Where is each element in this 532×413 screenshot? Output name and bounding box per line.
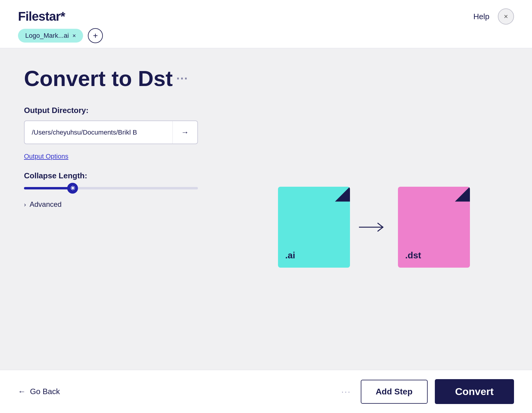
file-tab-label: Logo_Mark...ai [25, 32, 69, 40]
directory-input[interactable] [25, 122, 172, 143]
add-icon: + [93, 31, 98, 40]
footer: ← Go Back ··· Add Step Convert [0, 370, 532, 413]
main-content: Convert to Dst ··· Output Directory: → O… [0, 48, 532, 370]
right-panel: .ai .dst [240, 66, 508, 370]
go-back-label: Go Back [30, 387, 60, 396]
file-tab-close-icon[interactable]: × [73, 33, 76, 39]
add-step-label: Add Step [376, 387, 413, 396]
conversion-illustration: .ai .dst [278, 187, 470, 268]
help-link[interactable]: Help [474, 12, 489, 21]
advanced-row[interactable]: › Advanced [24, 200, 228, 209]
file-corner-source [335, 187, 350, 202]
tabs-row: Logo_Mark...ai × + [18, 28, 514, 48]
page-title: Convert to Dst ··· [24, 66, 228, 91]
arrow-svg [359, 221, 389, 233]
chevron-right-icon: › [24, 201, 26, 208]
header-right: Help × [474, 8, 514, 25]
directory-browse-button[interactable]: → [172, 121, 197, 144]
add-tab-button[interactable]: + [88, 28, 103, 43]
footer-dots: ··· [341, 387, 351, 397]
collapse-length-label: Collapse Length: [24, 171, 228, 180]
source-file-label: .ai [285, 250, 295, 260]
add-step-button[interactable]: Add Step [361, 380, 428, 404]
source-file-card: .ai [278, 187, 350, 268]
output-directory-label: Output Directory: [24, 106, 228, 115]
app-title: Filestar* [18, 9, 65, 24]
arrow-icon: → [181, 128, 189, 137]
conversion-arrow [359, 221, 389, 233]
go-back-button[interactable]: ← Go Back [18, 387, 60, 396]
convert-label: Convert [455, 386, 494, 397]
header: Filestar* Help × Logo_Mark...ai × + [0, 0, 532, 48]
back-arrow-icon: ← [18, 387, 26, 396]
footer-right: ··· Add Step Convert [341, 379, 514, 404]
page-title-text: Convert to Dst [24, 66, 173, 91]
directory-row: → [24, 120, 198, 144]
header-top: Filestar* Help × [18, 0, 514, 28]
slider-container: ✳ [24, 187, 198, 189]
advanced-label: Advanced [30, 200, 62, 209]
page-title-dots: ··· [176, 72, 188, 85]
output-options-link[interactable]: Output Options [24, 153, 68, 160]
left-panel: Convert to Dst ··· Output Directory: → O… [24, 66, 228, 370]
convert-button[interactable]: Convert [435, 379, 514, 404]
file-corner-target [455, 187, 470, 202]
target-file-label: .dst [405, 250, 421, 260]
close-icon: × [504, 12, 508, 21]
file-tab[interactable]: Logo_Mark...ai × [18, 29, 83, 43]
close-button[interactable]: × [498, 8, 514, 25]
target-file-card: .dst [398, 187, 470, 268]
